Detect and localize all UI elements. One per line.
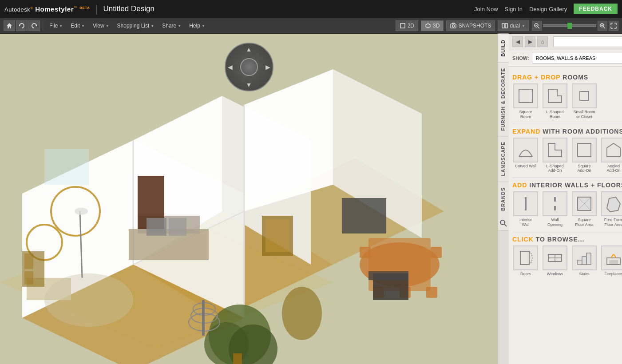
2d-view-button[interactable]: 2D [396,20,418,31]
zoom-slider[interactable] [543,24,596,27]
3d-view-button[interactable]: 3D [421,20,444,31]
main-content: ▲ ▼ ◀ ▶ [0,34,622,364]
snapshots-button[interactable]: SNAPSHOTS [446,20,495,31]
doors-icon [513,245,538,270]
file-menu-button[interactable]: File ▼ [46,18,66,34]
shopping-list-menu-button[interactable]: Shopping List ▼ [114,18,158,34]
zoom-out-button[interactable] [532,21,542,31]
small-room-label: Small Roomor Closet [573,110,595,119]
nav-back-button[interactable]: ◀ [512,36,523,47]
title-divider: | [95,3,98,15]
square-addon-label: SquareAdd-On [577,164,591,174]
svg-marker-83 [607,197,620,212]
square-floor-label: SquareFloor Area [575,218,594,227]
svg-rect-42 [233,353,242,364]
svg-rect-61 [265,219,289,252]
square-room-item[interactable]: SquareRoom [512,83,539,119]
undo-button[interactable] [16,20,28,31]
svg-rect-59 [24,271,33,285]
interior-wall-icon [513,191,538,216]
show-label: SHOW: [512,55,529,61]
square-room-icon [513,83,538,108]
l-shaped-room-icon [543,83,567,108]
doors-item[interactable]: Doors [512,245,539,277]
fullscreen-button[interactable] [609,21,618,31]
nav-forward-button[interactable]: ▶ [525,36,535,47]
top-bar: Autodesk® Homestyler™ BETA | Untitled De… [0,0,622,18]
svg-rect-84 [520,251,529,265]
show-selector: SHOW: ROOMS, WALLS & AREAS [509,50,622,67]
stairs-label: Stairs [579,272,589,277]
furnish-decorate-tab[interactable]: FURNISH & DECORATE [498,62,509,136]
angled-addon-icon [601,138,622,162]
angled-addon-item[interactable]: AngledAdd-On [600,138,622,174]
view-menu-arrow: ▼ [106,24,109,28]
square-addon-icon [572,138,597,162]
wall-opening-item[interactable]: WallOpening [542,191,568,227]
svg-rect-32 [360,247,371,258]
help-menu-button[interactable]: Help ▼ [186,18,209,34]
show-dropdown[interactable]: ROOMS, WALLS & AREAS [532,53,622,63]
wall-opening-label: WallOpening [547,218,563,227]
feedback-button[interactable]: FEEDBACK [574,4,618,14]
svg-rect-36 [426,287,437,298]
toolbar: File ▼ Edit ▼ View ▼ Shopping List ▼ Sha… [0,18,622,34]
panel-body: DRAG + DROP ROOMS SquareRoom [509,67,622,364]
toolbar-separator [43,21,43,31]
svg-rect-88 [578,260,582,265]
nav-home-button[interactable]: ⌂ [537,36,548,47]
windows-label: Windows [547,272,563,277]
svg-marker-76 [607,143,620,157]
interior-wall-item[interactable]: InteriorWall [512,191,539,227]
windows-item[interactable]: Windows [542,245,568,277]
doors-label: Doors [520,272,531,277]
svg-point-5 [452,25,455,27]
svg-line-65 [504,224,507,226]
svg-marker-69 [548,89,562,103]
logo-area: Autodesk® Homestyler™ BETA [4,5,90,13]
zoom-in-button[interactable] [598,21,607,31]
search-tab[interactable] [498,216,509,231]
edit-menu-button[interactable]: Edit ▼ [67,18,88,34]
l-shaped-addon-item[interactable]: L-ShapedAdd-On [542,138,568,174]
help-menu-arrow: ▼ [202,24,205,28]
svg-rect-63 [44,149,89,185]
toolbar-right: 2D 3D SNAPSHOTS dual ▼ [396,20,618,31]
l-shaped-room-item[interactable]: L-ShapedRoom [542,83,568,119]
expand-header-normal: WITH ROOM ADDITIONS [543,128,622,135]
svg-rect-7 [505,24,507,28]
click-browse-header: CLICK TO BROWSE... [512,236,622,243]
square-addon-item[interactable]: SquareAdd-On [571,138,598,174]
small-room-item[interactable]: Small Roomor Closet [571,83,598,119]
share-menu-button[interactable]: Share ▼ [158,18,185,34]
join-now-link[interactable]: Join Now [474,6,498,12]
search-input[interactable] [553,36,622,47]
zoom-controls [532,21,618,31]
svg-rect-6 [502,24,504,28]
landscape-tab[interactable]: LANDSCAPE [498,136,509,181]
redo-button[interactable] [28,20,40,31]
dual-view-button[interactable]: dual ▼ [498,20,529,31]
edit-menu-arrow: ▼ [81,24,85,28]
svg-rect-58 [24,253,33,269]
interior-wall-label: InteriorWall [519,218,532,227]
sign-in-link[interactable]: Sign In [505,6,523,12]
curved-wall-item[interactable]: Curved Wall [512,138,539,174]
svg-marker-72 [548,143,562,157]
add-walls-header-normal: INTERIOR WALLS + FLOORS [529,182,622,189]
fireplaces-item[interactable]: Fireplaces [600,245,622,277]
square-floor-item[interactable]: SquareFloor Area [571,191,598,227]
l-shaped-addon-label: L-ShapedAdd-On [546,164,563,174]
svg-rect-48 [368,271,408,280]
stairs-item[interactable]: Stairs [571,245,598,277]
square-room-label: SquareRoom [519,110,532,119]
design-gallery-link[interactable]: Design Gallery [529,6,567,12]
home-button[interactable] [4,20,15,31]
canvas-area[interactable]: ▲ ▼ ◀ ▶ [0,34,498,364]
build-tab[interactable]: BUILD [498,34,509,62]
stairs-icon [572,245,597,270]
view-menu-button[interactable]: View ▼ [89,18,113,34]
free-form-floor-item[interactable]: Free-FormFloor Area [600,191,622,227]
brands-tab[interactable]: BRANDS [498,182,509,216]
search-box [553,36,622,47]
